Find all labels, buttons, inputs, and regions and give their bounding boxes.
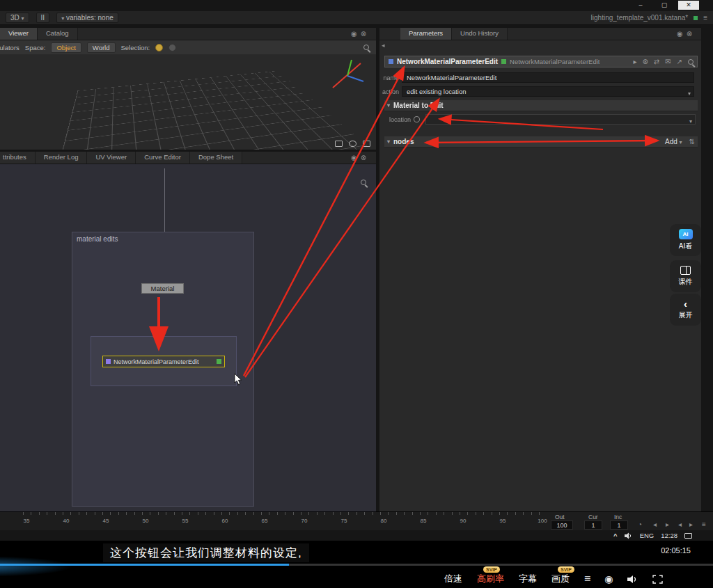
action-dropdown[interactable]: edit existing location▾ [402,86,694,97]
manipulators-label[interactable]: pulators [0,44,19,51]
app-window: – ▢ ✕ 3D ▾ II ▾ variables: none lighting… [0,0,713,588]
chevron-down-icon: ▾ [61,15,64,22]
maximize-button[interactable]: ▢ [655,1,674,10]
gear-icon[interactable]: ⊛ [642,58,648,65]
add-button[interactable]: Add ▾ [665,138,682,145]
clock-time[interactable]: 12:28 [661,532,677,539]
viewer-pane-icons[interactable]: ◉⊗ [351,30,370,38]
action-row: action edit existing location▾ [382,86,695,97]
swap-icon[interactable]: ⇄ [654,58,659,65]
expand-button[interactable]: ‹ 展开 [670,294,701,326]
scroll-left-icon[interactable]: ◂ [382,42,385,49]
grid-toggle-icon[interactable] [363,141,370,147]
selection-mode2-icon[interactable] [169,44,176,51]
volume-icon[interactable] [625,532,633,539]
record-icon[interactable]: ◉ [604,573,613,585]
pane-close-icon[interactable]: ⊗ [687,30,696,38]
variables-dropdown[interactable]: ▾ variables: none [56,13,118,23]
tab-catalog[interactable]: Catalog [38,28,78,40]
params-node-header[interactable]: NetworkMaterialParameterEdit NetworkMate… [384,56,698,67]
clock-icon[interactable]: ◔ [638,521,642,528]
minimize-button[interactable]: – [631,1,650,10]
right-scrollbar[interactable] [701,25,713,530]
cur-field[interactable]: 1 [584,521,602,530]
sort-icon[interactable]: ⇅ [689,138,695,145]
tab-parameters[interactable]: Parameters [400,28,452,40]
location-scenegraph-icon[interactable] [414,116,420,122]
editor-pane-icons[interactable]: ◉⊗ [351,154,370,161]
pane-close-icon[interactable]: ⊗ [361,30,370,38]
pop-out-icon[interactable]: ↗ [677,58,682,65]
hamburger-menu-icon[interactable]: ≡ [703,14,707,22]
step-forward-icon[interactable]: ▸ [666,521,669,528]
speed-button[interactable]: 倍速 [444,573,462,585]
timeline[interactable]: 35 40 45 50 55 60 65 70 75 80 85 90 95 1… [0,511,713,530]
viewport-icon-cluster[interactable] [335,141,370,147]
ai-watch-label: AI看 [679,241,692,251]
close-button[interactable]: ✕ [678,1,699,10]
nodes-section-header[interactable]: ▾ nodes Add ▾ ⇅ [384,136,698,148]
tick-label: 85 [421,518,427,524]
tab-undo-history[interactable]: Undo History [452,28,508,40]
fullscreen-icon[interactable] [652,575,663,584]
name-input[interactable]: NetworkMaterialParameterEdit [402,72,694,83]
space-world-button[interactable]: World [87,42,116,53]
progress-track[interactable] [0,564,713,566]
out-field[interactable]: 100 [551,521,573,530]
viewer-search-icon[interactable] [363,45,369,50]
tray-expand-icon[interactable]: ^ [613,532,618,539]
node-material[interactable]: Material [141,283,184,294]
tab-uv-viewer[interactable]: UV Viewer [87,152,136,164]
pane-dot-icon[interactable]: ◉ [351,154,361,161]
playlist-icon[interactable]: ≡ [584,573,590,585]
viewport-3d[interactable] [0,54,376,150]
pane-dot-icon[interactable]: ◉ [351,30,361,38]
comment-icon[interactable]: ✉ [665,58,671,65]
ai-icon: AI [679,229,693,239]
node-color-swatch-icon [389,59,393,64]
jump-end-icon[interactable]: ▸ [689,521,693,528]
location-input[interactable]: ▾ [425,114,696,125]
chevron-down-icon: ▾ [689,117,692,127]
section-label: nodes [393,138,414,145]
refresh-rate-button[interactable]: SVIP高刷率 [477,573,504,585]
node-network-material-parameter-edit[interactable]: NetworkMaterialParameterEdit [102,356,225,367]
params-search-icon[interactable] [688,59,694,65]
language-indicator[interactable]: ENG [640,532,655,539]
ai-watch-button[interactable]: AI AI看 [670,224,701,256]
chevron-down-icon: ▾ [688,89,691,99]
nodegraph-search-icon[interactable] [361,180,366,185]
camera-icon[interactable] [335,141,343,147]
captions-button[interactable]: 字幕 [519,573,537,585]
tab-dope-sheet[interactable]: Dope Sheet [190,152,242,164]
timeline-menu-icon[interactable]: ≡ [702,521,706,528]
player-volume-icon[interactable] [627,575,638,584]
menu-bar: 3D ▾ II ▾ variables: none lighting_templ… [0,11,713,25]
material-to-edit-header[interactable]: ▾ Material to Edit [384,100,698,111]
subtitle-text: 这个按钮会让我们调整材料的设定, [103,543,309,562]
courseware-button[interactable]: 课件 [670,260,701,292]
expand-icon[interactable]: ▸ [633,58,636,65]
quality-button[interactable]: SVIP画质 [551,573,570,585]
params-pane-icons[interactable]: ◉⊗ [677,30,696,38]
parameters-panel: ◂ NetworkMaterialParameterEdit NetworkMa… [379,40,701,511]
status-dot-icon [694,16,698,20]
space-object-button[interactable]: Object [51,42,81,53]
step-back-icon[interactable]: ◂ [653,521,657,528]
notification-icon[interactable] [684,533,692,539]
tab-render-log[interactable]: Render Log [36,152,88,164]
params-node-title-secondary: NetworkMaterialParameterEdit [510,58,600,65]
selection-mode-icon[interactable] [155,44,163,51]
move-tool-icon[interactable] [349,141,356,147]
progress-glow [0,556,73,577]
pane-close-icon[interactable]: ⊗ [361,154,370,161]
tab-viewer[interactable]: Viewer [0,28,38,40]
view-mode-dropdown[interactable]: 3D ▾ [6,13,29,23]
tab-curve-editor[interactable]: Curve Editor [136,152,190,164]
node-graph[interactable]: material edits Material NetworkMaterialP… [0,164,376,511]
tab-attributes[interactable]: ttributes [0,152,36,164]
pause-toggle[interactable]: II [36,13,50,23]
jump-start-icon[interactable]: ◂ [678,521,682,528]
pane-dot-icon[interactable]: ◉ [677,30,687,38]
inc-field[interactable]: 1 [610,521,628,530]
